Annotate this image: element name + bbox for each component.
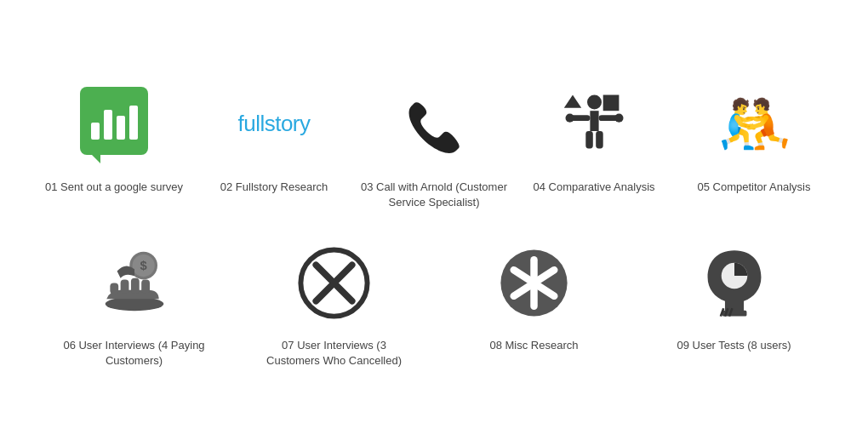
- item-user-tests: 09 User Tests (8 users): [658, 236, 811, 353]
- item-google-survey: 01 Sent out a google survey: [37, 77, 191, 195]
- label-user-tests: 09 User Tests (8 users): [677, 338, 791, 353]
- comparative-svg: [558, 88, 631, 160]
- cancel-svg: [298, 247, 370, 319]
- label-user-interviews-paying: 06 User Interviews (4 Paying Customers): [58, 338, 211, 369]
- item-user-interviews-cancelled: 07 User Interviews (3 Customers Who Canc…: [258, 236, 411, 369]
- item-comparative: 04 Comparative Analysis: [517, 77, 671, 195]
- item-call-arnold: 03 Call with Arnold (Customer Service Sp…: [357, 77, 511, 210]
- label-fullstory: 02 Fullstory Research: [220, 180, 328, 195]
- icon-phone: [391, 77, 477, 171]
- icon-google-survey: [71, 77, 157, 171]
- item-competitor: 🤼 05 Competitor Analysis: [677, 77, 831, 195]
- icon-cancel: [292, 236, 377, 329]
- arm-wrestling-icon: 🤼: [717, 94, 791, 154]
- label-user-interviews-cancelled: 07 User Interviews (3 Customers Who Canc…: [258, 338, 411, 369]
- svg-rect-13: [130, 277, 139, 293]
- icon-payment: $: [92, 236, 177, 329]
- icon-comparative: [551, 77, 637, 171]
- svg-rect-11: [110, 283, 118, 294]
- item-misc-research: 08 Misc Research: [458, 236, 611, 353]
- label-comparative: 04 Comparative Analysis: [533, 180, 654, 195]
- main-grid: 01 Sent out a google survey fullstory 02…: [0, 60, 868, 386]
- svg-rect-14: [141, 279, 150, 293]
- label-google-survey: 01 Sent out a google survey: [45, 180, 183, 195]
- item-fullstory: fullstory 02 Fullstory Research: [197, 77, 351, 195]
- phone-svg: [403, 92, 466, 156]
- misc-svg: [498, 247, 570, 319]
- svg-marker-1: [563, 95, 580, 108]
- item-user-interviews-paying: $ 06 User Interviews (4 Paying Customers…: [58, 236, 211, 369]
- svg-rect-8: [585, 131, 593, 148]
- svg-rect-2: [602, 95, 619, 112]
- icon-misc: [492, 236, 577, 329]
- icon-usertest: [692, 236, 777, 329]
- label-competitor: 05 Competitor Analysis: [698, 180, 811, 195]
- row-2: $ 06 User Interviews (4 Paying Customers…: [34, 236, 834, 369]
- icon-competitor: 🤼: [711, 77, 797, 171]
- svg-point-7: [614, 114, 623, 123]
- google-survey-icon: [80, 87, 148, 162]
- svg-point-6: [565, 114, 574, 123]
- label-call-arnold: 03 Call with Arnold (Customer Service Sp…: [357, 180, 511, 210]
- payment-svg: $: [96, 247, 173, 319]
- svg-text:$: $: [140, 258, 146, 272]
- row-1: 01 Sent out a google survey fullstory 02…: [34, 77, 834, 210]
- icon-fullstory: fullstory: [231, 77, 317, 171]
- fullstory-logo: fullstory: [237, 111, 310, 137]
- label-misc-research: 08 Misc Research: [489, 338, 578, 353]
- svg-rect-3: [590, 111, 598, 131]
- svg-point-0: [587, 95, 602, 110]
- svg-rect-9: [596, 131, 603, 148]
- svg-rect-12: [120, 279, 128, 293]
- usertest-svg: [700, 247, 768, 319]
